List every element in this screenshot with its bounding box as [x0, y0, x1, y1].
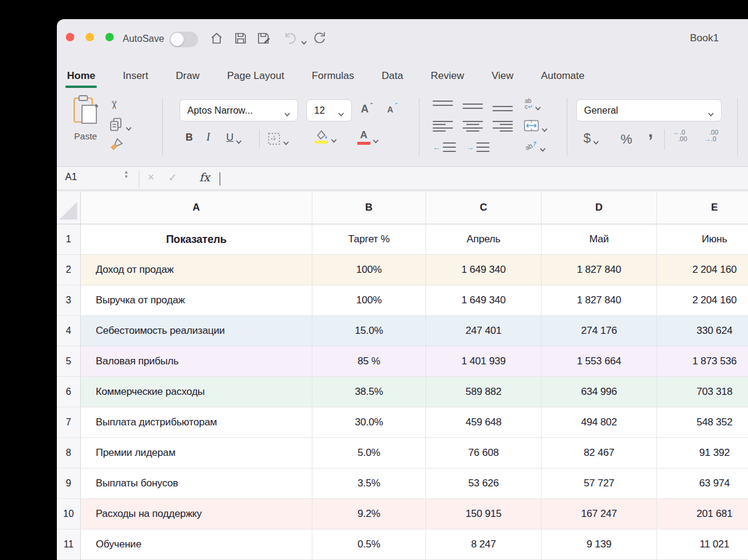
- row-header-10[interactable]: 10: [57, 499, 81, 529]
- row-header-2[interactable]: 2: [57, 255, 81, 285]
- number-format-dropdown[interactable]: General: [576, 99, 722, 121]
- cell-E2[interactable]: 2 204 160: [657, 255, 748, 285]
- cell-B2[interactable]: 100%: [312, 255, 426, 285]
- row-header-3[interactable]: 3: [57, 285, 81, 316]
- cell-A11[interactable]: Обучение: [81, 529, 312, 560]
- cell-D4[interactable]: 274 176: [542, 316, 657, 346]
- insert-function-icon[interactable]: fx: [199, 171, 210, 184]
- minimize-window-button[interactable]: [86, 33, 94, 41]
- row-header-11[interactable]: 11: [57, 529, 81, 560]
- cell-B10[interactable]: 9.2%: [312, 499, 426, 529]
- cell-B3[interactable]: 100%: [312, 285, 426, 316]
- cell-D6[interactable]: 634 996: [542, 377, 657, 407]
- cell-B11[interactable]: 0.5%: [312, 529, 426, 560]
- row-header-9[interactable]: 9: [57, 468, 81, 499]
- zoom-window-button[interactable]: [105, 33, 114, 41]
- cell-E1[interactable]: Июнь: [657, 224, 748, 255]
- cell-D10[interactable]: 167 247: [542, 499, 657, 529]
- cell-A6[interactable]: Коммерческие расходы: [81, 377, 312, 407]
- align-right-button[interactable]: [492, 121, 513, 132]
- cell-A4[interactable]: Себестоимость реализации: [81, 316, 312, 346]
- cancel-icon[interactable]: ×: [148, 171, 154, 184]
- shrink-font-button[interactable]: Aˇ: [387, 105, 398, 114]
- cell-C1[interactable]: Апрель: [426, 224, 542, 255]
- align-left-button[interactable]: [433, 121, 453, 132]
- home-icon[interactable]: [208, 29, 226, 47]
- cell-D9[interactable]: 57 727: [542, 468, 657, 499]
- formula-input-caret[interactable]: [220, 172, 220, 185]
- tab-automate[interactable]: Automate: [541, 60, 585, 92]
- comma-style-button[interactable]: ,: [648, 132, 653, 138]
- column-header-B[interactable]: B: [312, 191, 426, 224]
- save-as-icon[interactable]: [254, 29, 272, 47]
- tab-page-layout[interactable]: Page Layout: [227, 60, 284, 92]
- cell-E6[interactable]: 703 318: [657, 377, 748, 407]
- cell-C10[interactable]: 150 915: [426, 499, 542, 529]
- cell-B9[interactable]: 3.5%: [312, 468, 426, 499]
- tab-insert[interactable]: Insert: [123, 60, 148, 92]
- fill-color-button[interactable]: [314, 129, 337, 144]
- cell-D3[interactable]: 1 827 840: [542, 285, 657, 316]
- bold-button[interactable]: B: [186, 132, 193, 144]
- cell-D8[interactable]: 82 467: [542, 438, 657, 468]
- row-header-8[interactable]: 8: [57, 438, 81, 468]
- cell-C8[interactable]: 76 608: [426, 438, 542, 468]
- enter-icon[interactable]: ✓: [168, 171, 177, 184]
- row-header-1[interactable]: 1: [57, 224, 81, 255]
- tab-review[interactable]: Review: [431, 60, 464, 92]
- cell-A10[interactable]: Расходы на поддержку: [81, 499, 312, 529]
- column-header-D[interactable]: D: [542, 191, 657, 224]
- increase-indent-button[interactable]: →: [466, 142, 489, 152]
- redo-icon[interactable]: [311, 29, 329, 47]
- cell-B1[interactable]: Таргет %: [312, 224, 426, 255]
- increase-decimal-button[interactable]: ←.0.00: [673, 129, 687, 142]
- cell-A8[interactable]: Премии лидерам: [81, 438, 312, 468]
- align-top-button[interactable]: [433, 101, 453, 111]
- row-header-4[interactable]: 4: [57, 316, 81, 346]
- name-box-stepper[interactable]: ▲▼: [124, 170, 129, 179]
- align-bottom-button[interactable]: [492, 101, 513, 111]
- percent-style-button[interactable]: %: [621, 132, 633, 147]
- tab-draw[interactable]: Draw: [176, 60, 200, 92]
- save-icon[interactable]: [232, 29, 250, 47]
- cell-D5[interactable]: 1 553 664: [542, 346, 657, 377]
- tab-home[interactable]: Home: [67, 60, 95, 92]
- column-header-A[interactable]: A: [81, 191, 312, 224]
- paste-button[interactable]: Paste: [66, 95, 105, 141]
- tab-data[interactable]: Data: [382, 60, 403, 92]
- decrease-decimal-button[interactable]: .00→.0: [704, 129, 718, 142]
- cell-E5[interactable]: 1 873 536: [657, 346, 748, 377]
- font-size-dropdown[interactable]: 12: [306, 99, 352, 121]
- font-color-button[interactable]: A: [357, 129, 379, 145]
- tab-view[interactable]: View: [491, 60, 513, 92]
- cell-A2[interactable]: Доход от продаж: [81, 255, 312, 285]
- cell-E4[interactable]: 330 624: [657, 316, 748, 346]
- cell-B4[interactable]: 15.0%: [312, 316, 426, 346]
- row-header-6[interactable]: 6: [57, 377, 81, 407]
- tab-formulas[interactable]: Formulas: [312, 60, 354, 92]
- currency-button[interactable]: $: [583, 130, 599, 146]
- column-header-C[interactable]: C: [426, 191, 542, 224]
- autosave-toggle[interactable]: [169, 32, 198, 47]
- cell-A3[interactable]: Выручка от продаж: [81, 285, 312, 316]
- cell-A7[interactable]: Выплата дистрибьюторам: [81, 407, 312, 438]
- cell-C4[interactable]: 247 401: [426, 316, 542, 346]
- cell-D7[interactable]: 494 802: [542, 407, 657, 438]
- name-box[interactable]: A1: [65, 172, 77, 182]
- cell-C9[interactable]: 53 626: [426, 468, 542, 499]
- decrease-indent-button[interactable]: ←: [433, 142, 456, 152]
- cell-B8[interactable]: 5.0%: [312, 438, 426, 468]
- align-center-button[interactable]: [463, 121, 483, 132]
- borders-button[interactable]: [267, 132, 289, 145]
- grow-font-button[interactable]: Aˆ: [361, 103, 373, 115]
- cell-A5[interactable]: Валовая прибыль: [81, 346, 312, 377]
- column-header-E[interactable]: E: [657, 191, 748, 224]
- copy-button[interactable]: [110, 117, 132, 132]
- undo-menu-chevron-icon[interactable]: [301, 36, 307, 41]
- wrap-text-button[interactable]: abc↵: [525, 98, 541, 110]
- cell-E7[interactable]: 548 352: [657, 407, 748, 438]
- row-header-5[interactable]: 5: [57, 346, 81, 377]
- orientation-button[interactable]: ab↗: [525, 142, 546, 148]
- cell-B7[interactable]: 30.0%: [312, 407, 426, 438]
- cell-E3[interactable]: 2 204 160: [657, 285, 748, 316]
